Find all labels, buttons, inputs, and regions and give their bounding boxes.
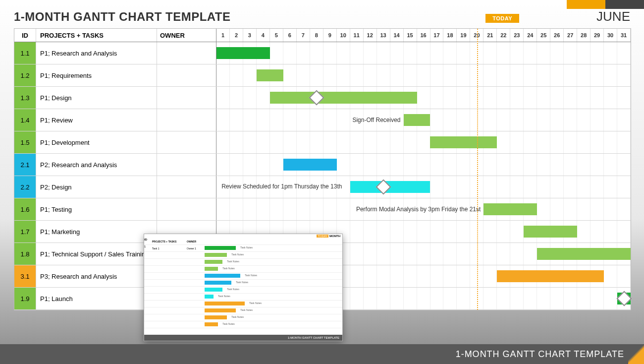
row-task: P3; Research and Analysis (36, 265, 157, 287)
thumb-month: MONTH (329, 235, 340, 238)
thumb-today: TODAY (317, 235, 328, 238)
day-header-4: 4 (257, 29, 270, 42)
row-days (216, 42, 631, 64)
gantt-row: 1.2P1; Requirements (14, 64, 631, 87)
gantt-bar[interactable] (257, 69, 283, 81)
row-id: 1.7 (14, 221, 36, 243)
row-days: Perform Modal Analysis by 3pm Friday the… (216, 198, 631, 220)
row-task: P1; Marketing (36, 221, 157, 243)
day-header-11: 11 (350, 29, 364, 42)
gantt-bar[interactable] (524, 226, 577, 238)
row-task: P2; Research and Analysis (36, 154, 157, 176)
day-header-27: 27 (564, 29, 577, 42)
day-header-5: 5 (270, 29, 283, 42)
thumb-row: Task Notes (144, 259, 342, 266)
row-owner (157, 64, 216, 86)
gantt-row: 1.5P1; Development (14, 131, 631, 154)
row-owner (157, 154, 216, 176)
header-row: ID PROJECTS + TASKS OWNER 12345678910111… (14, 29, 631, 42)
thumb-row: Task Notes (144, 301, 342, 307)
day-header-30: 30 (604, 29, 617, 42)
gantt-row: 1.1P1; Research and Analysis (14, 42, 631, 64)
day-header-18: 18 (443, 29, 457, 42)
task-note: Review Scheduled for 1pm Thursday the 13… (216, 176, 350, 198)
gantt-bar[interactable] (404, 114, 430, 126)
row-task: P1; Requirements (36, 64, 157, 86)
gantt-bar[interactable] (483, 203, 537, 215)
thumb-row: Task Notes (144, 273, 342, 280)
col-owner: OWNER (157, 29, 216, 42)
template-thumbnail: TODAY MONTH ID PROJECTS + TASKS OWNER 1T… (144, 234, 343, 341)
gantt-row: 1.4P1; ReviewSign-Off Received (14, 109, 631, 131)
gantt-row: 2.2P2; DesignReview Scheduled for 1pm Th… (14, 176, 631, 198)
day-header-14: 14 (390, 29, 404, 42)
gantt-bar[interactable] (497, 270, 604, 282)
gantt-bar[interactable] (537, 248, 631, 260)
footer-accent (628, 344, 644, 364)
row-days: Review Scheduled for 1pm Thursday the 13… (216, 176, 631, 198)
thumb-row: Task Notes (144, 266, 342, 273)
row-id: 1.1 (14, 42, 36, 64)
day-header-19: 19 (457, 29, 470, 42)
month-label: JUNE (596, 9, 630, 24)
day-header-25: 25 (537, 29, 550, 42)
thumb-row: Task Notes (144, 321, 342, 328)
day-header-2: 2 (230, 29, 243, 42)
day-header-17: 17 (430, 29, 444, 42)
thumb-row: 1Task 1Owner 1Task Notes (144, 245, 342, 252)
day-header-8: 8 (310, 29, 323, 42)
today-badge: TODAY (485, 14, 519, 23)
thumb-row: Task Notes (144, 252, 342, 259)
day-header-6: 6 (283, 29, 297, 42)
col-tasks: PROJECTS + TASKS (36, 29, 157, 42)
today-line (477, 29, 478, 310)
day-header-10: 10 (337, 29, 350, 42)
row-owner (157, 42, 216, 64)
day-header-28: 28 (577, 29, 590, 42)
row-days (216, 64, 631, 86)
row-id: 1.9 (14, 288, 36, 309)
day-header-24: 24 (524, 29, 537, 42)
row-id: 1.6 (14, 198, 36, 220)
row-id: 1.2 (14, 64, 36, 86)
gantt-bar[interactable] (270, 92, 417, 104)
day-header-9: 9 (323, 29, 337, 42)
row-owner (157, 198, 216, 220)
row-days (216, 131, 631, 153)
day-header-23: 23 (510, 29, 524, 42)
row-task: P2; Design (36, 176, 157, 198)
day-header-22: 22 (497, 29, 510, 42)
row-owner (157, 131, 216, 153)
row-task: P1; Development (36, 131, 157, 153)
thumb-footer: 1-MONTH GANTT CHART TEMPLATE (144, 335, 342, 341)
thumb-row: Task Notes (144, 280, 342, 287)
row-days (216, 154, 631, 176)
day-header-13: 13 (377, 29, 390, 42)
thumb-row: Task Notes (144, 307, 342, 314)
row-id: 1.8 (14, 243, 36, 265)
gantt-bar[interactable] (283, 159, 337, 171)
day-header-21: 21 (483, 29, 497, 42)
day-header-12: 12 (364, 29, 377, 42)
gantt-row: 1.3P1; Design (14, 87, 631, 109)
day-header-16: 16 (417, 29, 430, 42)
gantt-bar[interactable] (430, 136, 497, 148)
row-owner (157, 176, 216, 198)
row-id: 2.1 (14, 154, 36, 176)
row-id: 1.5 (14, 131, 36, 153)
day-header-31: 31 (617, 29, 631, 42)
top-accent-strip (515, 0, 644, 9)
row-task: P1; Launch (36, 288, 157, 309)
thumb-owner-hdr: OWNER (187, 238, 205, 244)
row-days: Sign-Off Received (216, 109, 631, 131)
day-header-29: 29 (590, 29, 604, 42)
gantt-bar[interactable] (216, 47, 270, 59)
row-task: P1; Review (36, 109, 157, 131)
row-task: P1; Testing (36, 198, 157, 220)
page: TODAY 1-MONTH GANTT CHART TEMPLATE JUNE … (0, 0, 644, 364)
row-id: 2.2 (14, 176, 36, 198)
row-task: P1; Technical Support / Sales Training (36, 243, 157, 265)
page-title: 1-MONTH GANTT CHART TEMPLATE (14, 10, 231, 24)
thumb-id-hdr: ID (144, 238, 151, 244)
row-task: P1; Design (36, 87, 157, 109)
